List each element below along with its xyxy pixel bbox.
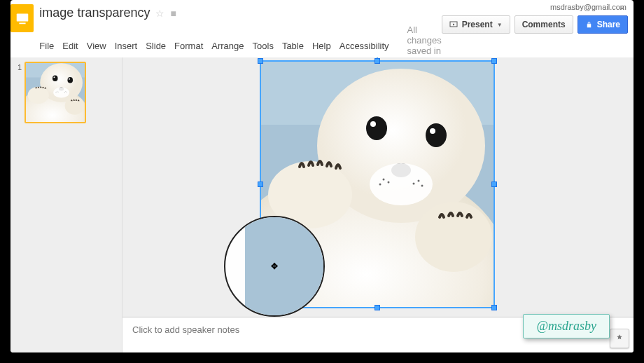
menu-slide[interactable]: Slide (146, 41, 166, 51)
menu-accessibility[interactable]: Accessibility (340, 41, 389, 51)
main-area: 1 (10, 57, 634, 352)
svg-point-26 (66, 91, 66, 92)
svg-point-25 (56, 93, 57, 93)
svg-point-18 (68, 77, 74, 83)
slide-thumbnail-rail[interactable]: 1 (10, 57, 122, 352)
watermark-badge: @msdrasby (523, 314, 610, 338)
user-email[interactable]: msdrasby@gmail.com (550, 3, 626, 11)
menu-table[interactable]: Table (282, 41, 304, 51)
header: image transparency ☆ ■ File Edit View In… (10, 0, 634, 67)
svg-point-46 (421, 185, 424, 187)
doc-title[interactable]: image transparency (39, 6, 150, 20)
svg-point-34 (415, 202, 492, 272)
menu-tools[interactable]: Tools (253, 41, 274, 51)
svg-point-36 (426, 123, 447, 147)
svg-point-15 (28, 87, 49, 104)
star-icon[interactable]: ☆ (155, 8, 164, 19)
slide-stage[interactable]: ✥ (122, 57, 634, 317)
seal-image (261, 62, 493, 307)
svg-point-20 (69, 78, 70, 80)
svg-point-24 (58, 92, 59, 93)
svg-point-42 (388, 182, 390, 184)
present-icon (449, 20, 458, 29)
svg-point-17 (52, 75, 58, 81)
svg-point-16 (65, 97, 85, 114)
chevron-down-icon: ▼ (497, 22, 503, 28)
canvas-area[interactable]: ✥ Click to add speaker notes (122, 57, 634, 352)
menu-arrange[interactable]: Arrange (211, 41, 244, 51)
svg-rect-0 (16, 14, 28, 22)
comments-label: Comments (522, 20, 566, 29)
seal-thumbnail-image (26, 63, 85, 122)
svg-point-28 (66, 93, 67, 93)
svg-point-33 (268, 161, 352, 228)
comments-button[interactable]: Comments (514, 15, 573, 34)
svg-rect-1 (19, 22, 25, 24)
svg-point-35 (366, 116, 387, 140)
resize-handle-bl[interactable] (258, 305, 263, 310)
share-label: Share (597, 20, 620, 29)
svg-point-23 (57, 91, 57, 92)
svg-point-37 (370, 121, 376, 127)
menu-file[interactable]: File (39, 41, 54, 51)
menu-view[interactable]: View (87, 41, 106, 51)
slide-thumbnail-1[interactable] (24, 62, 86, 123)
lock-icon (585, 21, 593, 29)
svg-point-27 (64, 92, 65, 93)
menu-insert[interactable]: Insert (115, 41, 138, 51)
menu-help[interactable]: Help (312, 41, 331, 51)
collapse-toolbar-icon[interactable]: ⌃ (618, 6, 626, 17)
present-button[interactable]: Present ▼ (442, 15, 510, 34)
slides-app-icon[interactable] (10, 4, 34, 32)
folder-icon[interactable]: ■ (170, 8, 176, 19)
resize-handle-tm[interactable] (374, 58, 380, 64)
menu-edit[interactable]: Edit (62, 41, 78, 51)
resize-handle-tr[interactable] (491, 58, 497, 64)
selected-image[interactable] (261, 62, 493, 307)
svg-point-44 (418, 180, 420, 182)
svg-point-45 (413, 183, 415, 185)
resize-handle-bm[interactable] (374, 305, 380, 310)
resize-handle-br[interactable] (491, 305, 497, 310)
menu-format[interactable]: Format (174, 41, 203, 51)
share-button[interactable]: Share (578, 15, 628, 34)
present-label: Present (462, 20, 493, 29)
svg-point-43 (379, 184, 382, 186)
resize-handle-ml[interactable] (258, 182, 263, 187)
explore-button[interactable] (610, 329, 629, 348)
svg-point-19 (54, 76, 55, 78)
speaker-notes-placeholder: Click to add speaker notes (132, 324, 239, 335)
svg-point-41 (383, 179, 385, 181)
resize-handle-mr[interactable] (491, 182, 497, 187)
slide-number: 1 (18, 63, 22, 123)
resize-handle-tl[interactable] (258, 58, 263, 64)
svg-point-38 (430, 128, 435, 134)
